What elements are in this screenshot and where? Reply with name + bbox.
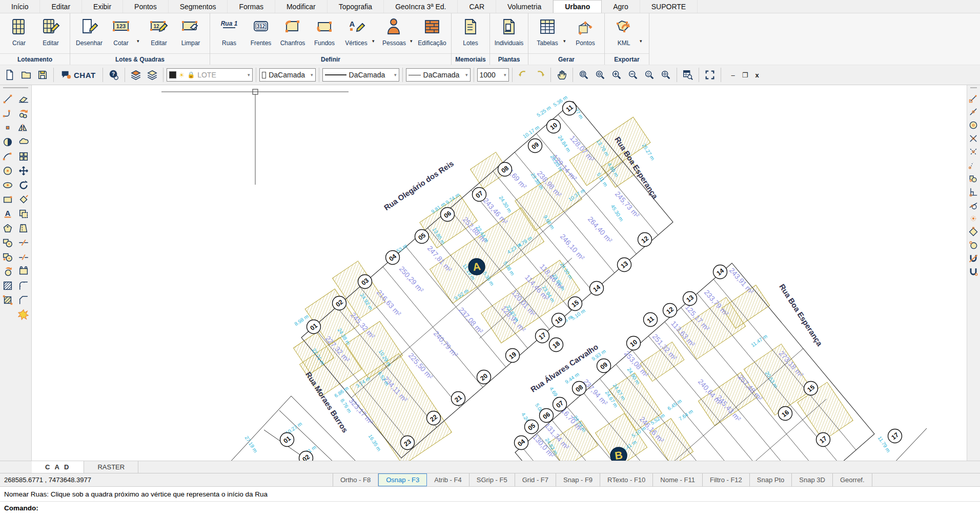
regen-tool[interactable]: [17, 106, 31, 120]
intersection-snap[interactable]: [967, 132, 979, 145]
ribbon-button-kml[interactable]: KML: [608, 15, 640, 47]
ribbon-button-chanfros[interactable]: Chanfros: [277, 15, 309, 47]
status-toggle-atrib-f4[interactable]: Atrib - F4: [427, 473, 469, 486]
zoom-window-button[interactable]: [576, 67, 591, 83]
copy-tool[interactable]: [1, 235, 15, 249]
ribbon-button-frentes[interactable]: 312Frentes: [245, 15, 277, 47]
ellipse-tool[interactable]: [1, 178, 15, 192]
dropdown-arrow-icon[interactable]: ▾: [372, 25, 378, 44]
ribbon-button-editar[interactable]: 12Editar: [143, 15, 175, 47]
open-file-button[interactable]: [18, 67, 34, 83]
apparent-intersection-snap[interactable]: [967, 145, 979, 159]
menu-tab-pontos[interactable]: Pontos: [123, 0, 169, 13]
menu-tab-segmentos[interactable]: Segmentos: [169, 0, 228, 13]
save-button[interactable]: [35, 67, 50, 83]
lineweight-combo[interactable]: DaCamada ▾: [406, 68, 471, 82]
menu-tab-urbano[interactable]: Urbano: [553, 0, 602, 13]
menu-tab-geoincra-3-ed-[interactable]: GeoIncra 3ª Ed.: [384, 0, 458, 13]
array-tool[interactable]: [17, 149, 31, 163]
dropdown-arrow-icon[interactable]: ▾: [410, 25, 416, 44]
line-tool[interactable]: [1, 92, 15, 106]
ribbon-button-limpar[interactable]: Limpar: [175, 15, 207, 47]
status-toggle-filtro-f12[interactable]: Filtro - F12: [703, 473, 750, 486]
ribbon-button-tabelas[interactable]: Tabelas: [532, 15, 563, 47]
layer-states-button[interactable]: [145, 67, 160, 83]
menu-tab-topografia[interactable]: Topografia: [328, 0, 384, 13]
layer-combo[interactable]: ☀ 🔒 LOTE ▾: [167, 68, 253, 82]
perpendicular-snap[interactable]: [967, 185, 979, 199]
window-minimize-button[interactable]: –: [731, 71, 735, 79]
layer-manager-button[interactable]: [128, 67, 144, 83]
mirror-tool[interactable]: [17, 121, 31, 134]
zoom-selected-button[interactable]: [642, 67, 657, 83]
arc-tool[interactable]: [1, 149, 15, 163]
status-toggle-snap-f9[interactable]: Snap - F9: [556, 473, 600, 486]
ribbon-button-fundos[interactable]: Fundos: [309, 15, 340, 47]
menu-tab-formas[interactable]: Formas: [228, 0, 275, 13]
ribbon-button-criar[interactable]: Criar: [3, 15, 35, 47]
move-tool[interactable]: [17, 164, 31, 177]
dropdown-arrow-icon[interactable]: ▾: [640, 25, 646, 44]
zoom-out-button[interactable]: [625, 67, 641, 83]
status-toggle-snap-pto[interactable]: Snap Pto: [750, 473, 792, 486]
rectangle-tool[interactable]: [1, 192, 15, 206]
polyline-tool[interactable]: [1, 106, 15, 120]
chamfer-tool[interactable]: [17, 293, 31, 307]
ribbon-button-desenhar[interactable]: Desenhar: [73, 15, 105, 47]
palette-grip[interactable]: [3, 87, 28, 90]
text-tool[interactable]: A: [1, 207, 15, 221]
osnap-strip-grip[interactable]: [970, 87, 977, 90]
endpoint-snap[interactable]: [967, 92, 979, 105]
node-snap[interactable]: [967, 212, 979, 225]
quadrant-snap[interactable]: [967, 225, 979, 239]
erase-tool[interactable]: [17, 92, 31, 106]
menu-tab-modificar[interactable]: Modificar: [275, 0, 328, 13]
scale-combo[interactable]: 1000 ▾: [477, 68, 509, 82]
menu-tab-suporte[interactable]: SUPORTE: [640, 0, 698, 13]
duplicate-tool[interactable]: [1, 250, 15, 264]
ribbon-button-ruas[interactable]: Rua 1Ruas: [213, 15, 245, 47]
help-button[interactable]: ?: [106, 67, 121, 83]
menu-tab-volumetria[interactable]: Volumetria: [496, 0, 553, 13]
center-snap[interactable]: [967, 118, 979, 132]
linetype-combo[interactable]: DaCamada ▾: [322, 68, 399, 82]
status-toggle-georref-[interactable]: Georref.: [833, 473, 872, 486]
status-toggle-nome-f11[interactable]: Nome - F11: [653, 473, 703, 486]
redo-button[interactable]: [532, 67, 547, 83]
fullscreen-button[interactable]: [702, 67, 718, 83]
pan-button[interactable]: [554, 67, 569, 83]
region-tool[interactable]: [17, 264, 31, 278]
menu-tab-in-cio[interactable]: Início: [0, 0, 40, 13]
fill-style-combo[interactable]: DaCamada ▾: [259, 68, 316, 82]
status-toggle-rtexto-f10[interactable]: RTexto - F10: [600, 473, 653, 486]
ribbon-button-v-rtices[interactable]: AVértices: [340, 15, 372, 47]
offset-tool[interactable]: [17, 207, 31, 221]
status-toggle-osnap-f3[interactable]: Osnap - F3: [378, 473, 427, 486]
window-restore-button[interactable]: ❐: [742, 71, 748, 79]
street-marker-a[interactable]: A: [468, 259, 485, 275]
extend-tool[interactable]: [17, 221, 31, 235]
ribbon-button-lotes[interactable]: Lotes: [455, 15, 486, 47]
snap-on[interactable]: [967, 265, 979, 279]
street-marker-b[interactable]: B: [610, 447, 627, 461]
chat-button[interactable]: CHAT: [57, 67, 99, 83]
hatch-edit-tool[interactable]: [1, 293, 15, 307]
status-toggle-snap-3d[interactable]: Snap 3D: [792, 473, 833, 486]
trim-tool[interactable]: [17, 235, 31, 249]
tab-raster[interactable]: RASTER: [84, 461, 138, 473]
tab-cad[interactable]: C A D: [32, 461, 84, 473]
snap-off[interactable]: [967, 252, 979, 265]
circle-tool[interactable]: [1, 164, 15, 177]
command-prompt[interactable]: Comando:: [0, 501, 980, 515]
ribbon-button-individuais[interactable]: Individuais: [493, 15, 525, 47]
menu-tab-editar[interactable]: Editar: [40, 0, 82, 13]
zoom-extents-button[interactable]: [658, 67, 673, 83]
donut-tool[interactable]: [1, 135, 15, 149]
table-search-button[interactable]: [680, 67, 696, 83]
undo-button[interactable]: [516, 67, 531, 83]
shape-snap[interactable]: [967, 172, 979, 185]
tangent-snap[interactable]: [967, 199, 979, 212]
dropdown-arrow-icon[interactable]: ▾: [137, 25, 143, 44]
status-toggle-ortho-f8[interactable]: Ortho - F8: [333, 473, 378, 486]
rotate-tool[interactable]: [17, 178, 31, 192]
